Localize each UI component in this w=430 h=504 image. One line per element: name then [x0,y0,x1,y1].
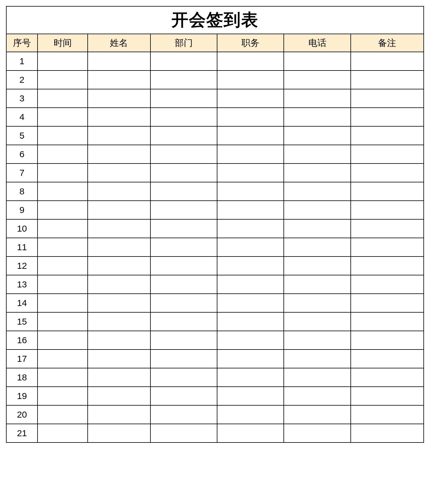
col-header-note: 备注 [351,34,424,52]
cell-note [351,164,424,182]
table-row: 19 [6,387,424,405]
cell-serial: 16 [6,331,38,350]
cell-position [217,294,284,312]
cell-serial: 15 [6,312,38,331]
cell-position [217,312,284,331]
cell-serial: 3 [6,89,38,108]
cell-serial: 5 [6,126,38,145]
cell-phone [284,164,350,182]
cell-time [38,368,88,387]
cell-position [217,256,284,275]
cell-serial: 13 [6,275,38,294]
cell-phone [284,294,350,312]
cell-name [88,89,150,108]
cell-time [38,424,88,442]
cell-department [150,145,217,164]
cell-serial: 14 [6,294,38,312]
cell-position [217,331,284,350]
cell-position [217,387,284,405]
cell-serial: 2 [6,70,38,89]
cell-time [38,238,88,256]
cell-phone [284,350,350,368]
table-row: 16 [6,331,424,350]
cell-position [217,405,284,424]
cell-serial: 21 [6,424,38,442]
table-row: 7 [6,164,424,182]
cell-name [88,350,150,368]
cell-position [217,52,284,70]
cell-note [351,331,424,350]
table-row: 12 [6,256,424,275]
cell-phone [284,424,350,442]
cell-department [150,182,217,201]
cell-time [38,52,88,70]
cell-note [351,145,424,164]
cell-serial: 4 [6,108,38,126]
col-header-phone: 电话 [284,34,350,52]
cell-name [88,405,150,424]
cell-name [88,424,150,442]
cell-position [217,89,284,108]
col-header-position: 职务 [217,34,284,52]
cell-department [150,108,217,126]
cell-note [351,201,424,219]
cell-department [150,238,217,256]
cell-note [351,368,424,387]
table-row: 3 [6,89,424,108]
cell-position [217,108,284,126]
cell-serial: 11 [6,238,38,256]
cell-department [150,387,217,405]
table-row: 11 [6,238,424,256]
cell-time [38,387,88,405]
cell-name [88,201,150,219]
cell-note [351,126,424,145]
cell-position [217,350,284,368]
table-row: 21 [6,424,424,442]
table-row: 9 [6,201,424,219]
cell-time [38,405,88,424]
cell-position [217,424,284,442]
cell-department [150,405,217,424]
cell-department [150,256,217,275]
cell-serial: 6 [6,145,38,164]
cell-position [217,126,284,145]
cell-note [351,108,424,126]
table-header-row: 序号 时间 姓名 部门 职务 电话 备注 [6,34,424,52]
cell-time [38,126,88,145]
table-row: 2 [6,70,424,89]
cell-time [38,108,88,126]
cell-time [38,350,88,368]
cell-position [217,275,284,294]
cell-note [351,238,424,256]
cell-name [88,108,150,126]
cell-time [38,331,88,350]
cell-department [150,126,217,145]
table-row: 18 [6,368,424,387]
cell-serial: 12 [6,256,38,275]
col-header-time: 时间 [38,34,88,52]
cell-phone [284,312,350,331]
cell-position [217,145,284,164]
cell-note [351,89,424,108]
cell-phone [284,331,350,350]
cell-phone [284,52,350,70]
cell-position [217,238,284,256]
signin-table: 开会签到表 序号 时间 姓名 部门 职务 电话 备注 1234567891011… [6,6,424,443]
table-row: 5 [6,126,424,145]
cell-name [88,70,150,89]
cell-department [150,201,217,219]
cell-phone [284,89,350,108]
cell-position [217,164,284,182]
cell-phone [284,201,350,219]
cell-department [150,350,217,368]
cell-department [150,219,217,238]
cell-name [88,256,150,275]
cell-serial: 18 [6,368,38,387]
col-header-department: 部门 [150,34,217,52]
cell-time [38,219,88,238]
cell-note [351,70,424,89]
cell-name [88,126,150,145]
cell-serial: 8 [6,182,38,201]
cell-name [88,182,150,201]
col-header-name: 姓名 [88,34,150,52]
